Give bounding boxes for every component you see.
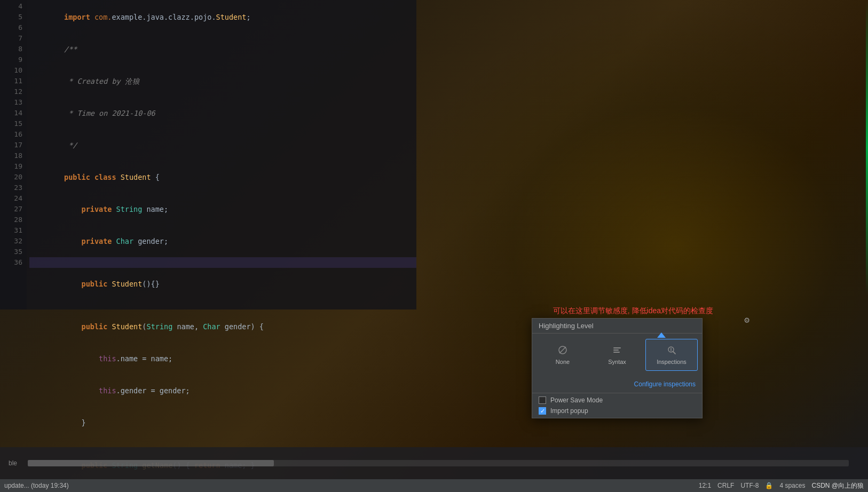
encoding: UTF-8 [740, 482, 759, 489]
line-separator: CRLF [717, 482, 734, 489]
syntax-icon [612, 345, 622, 356]
code-line-15: public Student(String name, Char gender)… [29, 311, 416, 343]
line-num-9: 9 [0, 54, 27, 65]
line-num-31: 31 [0, 225, 27, 236]
syntax-label: Syntax [608, 359, 626, 365]
inspections-label: Inspections [657, 359, 686, 365]
status-left: update... (today 19:34) [4, 482, 69, 489]
none-icon [558, 345, 567, 356]
code-line-6: * Created by 沧狼 [29, 65, 416, 97]
code-line-10: private String name; [29, 193, 416, 225]
svg-point-10 [670, 351, 671, 351]
line-num-7: 7 [0, 33, 27, 44]
watermark: CSDN @向上的狼 [811, 481, 864, 490]
line-num-18: 18 [0, 150, 27, 161]
status-right: 12:1 CRLF UTF-8 🔒 4 spaces CSDN @向上的狼 [699, 481, 864, 490]
code-line-17: this.gender = gender; [29, 375, 416, 407]
scrollbar-track[interactable] [28, 460, 849, 466]
line-num-14: 14 [0, 108, 27, 118]
option-none[interactable]: None [536, 339, 589, 371]
code-line-7: * Time on 2021-10-06 [29, 97, 416, 129]
power-save-mode-checkbox[interactable] [539, 396, 546, 404]
annotation-container: 可以在这里调节敏感度, 降低idea对代码的检查度 [553, 305, 713, 316]
popup-title: Highlighting Level [532, 319, 702, 334]
line-num-19: 19 [0, 161, 27, 172]
configure-link-container: Configure inspections [532, 376, 702, 393]
line-num-17: 17 [0, 140, 27, 150]
line-num-8: 8 [0, 44, 27, 54]
svg-rect-5 [613, 350, 619, 351]
svg-line-8 [673, 351, 676, 354]
popup-footer: Power Save Mode ✓ Import popup [532, 393, 702, 418]
gear-icon[interactable]: ⚙ [744, 315, 749, 325]
bottom-panel-text: ble [9, 459, 17, 467]
code-lines[interactable]: import com.example.java.clazz.pojo.Stude… [29, 0, 416, 310]
code-line-12 [29, 257, 416, 268]
scrollbar-thumb[interactable] [28, 460, 274, 466]
code-container: 4 5 6 7 8 9 10 11 12 13 14 15 16 17 18 1… [0, 0, 416, 310]
code-line-9: public class Student { [29, 161, 416, 193]
import-popup-checkbox[interactable]: ✓ [539, 407, 546, 415]
code-line-11: private Char gender; [29, 225, 416, 257]
line-num-32: 32 [0, 236, 27, 247]
line-num-28: 28 [0, 215, 27, 225]
inspections-icon [667, 345, 676, 356]
line-num-10: 10 [0, 65, 27, 76]
highlighting-level-popup: Highlighting Level None Syntax [532, 318, 703, 418]
line-num-4: 4 [0, 1, 27, 12]
line-num-15: 15 [0, 118, 27, 129]
line-num-6: 6 [0, 22, 27, 33]
line-num-20: 20 [0, 172, 27, 182]
code-line-8: */ [29, 129, 416, 161]
power-save-mode-row[interactable]: Power Save Mode [539, 396, 696, 404]
svg-line-3 [559, 347, 566, 353]
lock-icon: 🔒 [765, 482, 773, 489]
import-popup-label: Import popup [550, 407, 588, 415]
bottom-panel: ble [0, 447, 868, 479]
none-label: None [556, 359, 570, 365]
power-save-mode-label: Power Save Mode [550, 396, 603, 404]
line-num-23: 23 [0, 182, 27, 193]
code-line-16: this.name = name; [29, 343, 416, 375]
code-line-13: public Student(){} [29, 268, 416, 300]
green-edge-bar [866, 0, 868, 492]
cursor-position: 12:1 [699, 482, 711, 489]
line-num-11: 11 [0, 76, 27, 86]
line-num-12: 12 [0, 86, 27, 97]
code-line-5: /** [29, 33, 416, 65]
annotation-text: 可以在这里调节敏感度, 降低idea对代码的检查度 [553, 306, 713, 315]
import-popup-row[interactable]: ✓ Import popup [539, 407, 696, 415]
editor-area: 4 5 6 7 8 9 10 11 12 13 14 15 16 17 18 1… [0, 0, 868, 310]
indent-info: 4 spaces [779, 482, 805, 489]
line-num-35: 35 [0, 247, 27, 257]
selected-indicator [657, 332, 666, 338]
status-bar: update... (today 19:34) 12:1 CRLF UTF-8 … [0, 479, 868, 492]
code-line-14 [29, 300, 416, 311]
option-inspections[interactable]: Inspections [645, 339, 698, 371]
line-num-24: 24 [0, 193, 27, 204]
option-syntax[interactable]: Syntax [591, 339, 643, 371]
code-line-18: } [29, 407, 416, 439]
configure-inspections-link[interactable]: Configure inspections [634, 380, 696, 388]
code-line-4: import com.example.java.clazz.pojo.Stude… [29, 1, 416, 33]
line-num-27: 27 [0, 204, 27, 215]
line-num-16: 16 [0, 129, 27, 140]
line-num-13: 13 [0, 97, 27, 108]
line-num-5: 5 [0, 12, 27, 22]
svg-rect-4 [613, 347, 621, 348]
line-num-36: 36 [0, 257, 27, 268]
popup-options-row: None Syntax Inspections [532, 334, 702, 376]
line-numbers: 4 5 6 7 8 9 10 11 12 13 14 15 16 17 18 1… [0, 0, 27, 310]
update-text: update... (today 19:34) [4, 482, 69, 489]
svg-rect-6 [613, 352, 620, 353]
